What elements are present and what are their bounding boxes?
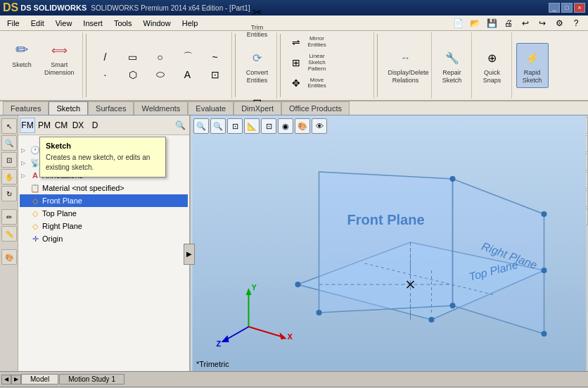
trim-button[interactable]: ✂ TrimEntities <box>241 0 274 42</box>
tab-sketch[interactable]: Sketch <box>49 101 88 115</box>
tab-office-products[interactable]: Office Products <box>281 101 350 115</box>
display-manager-tab[interactable]: D <box>87 118 103 133</box>
menu-view[interactable]: View <box>50 18 78 29</box>
svg-text:Z: Z <box>217 339 222 348</box>
search-button[interactable]: 🔍 <box>172 118 188 133</box>
polygon-button[interactable]: ⬡ <box>120 66 146 83</box>
convert-button[interactable]: ⟳ ConvertEntities <box>241 43 274 88</box>
line-icon: / <box>98 51 113 63</box>
scroll-left-button[interactable]: ◀ <box>1 375 11 384</box>
menu-help[interactable]: Help <box>177 18 204 29</box>
ellipse-icon: ⬭ <box>153 68 168 81</box>
sep1 <box>86 34 87 97</box>
tree-top-plane[interactable]: ◇ Top Plane <box>20 207 188 220</box>
svg-point-14 <box>429 317 435 323</box>
redo-icon[interactable]: ↪ <box>535 15 550 31</box>
move-label: Move Entities <box>304 77 331 90</box>
tab-surfaces[interactable]: Surfaces <box>88 101 134 115</box>
property-manager-tab[interactable]: PM <box>37 118 52 133</box>
zoom-window-button[interactable]: ⊡ <box>1 152 17 168</box>
rotate-button[interactable]: ↻ <box>1 186 17 201</box>
config-manager-tab[interactable]: CM <box>53 118 69 133</box>
arc-button[interactable]: ⌒ <box>174 49 201 65</box>
appearance-button[interactable]: 🎨 <box>1 249 17 265</box>
menu-tools[interactable]: Tools <box>108 18 138 29</box>
repair-sketch-button[interactable]: 🔧 RepairSketch <box>436 43 468 88</box>
tree-material[interactable]: 📋 Material <not specified> <box>20 182 188 194</box>
rectangle-button[interactable]: ▭ <box>120 49 146 65</box>
pan-button[interactable]: ✋ <box>1 169 17 184</box>
titlebar-left: DS DS SOLIDWORKS SOLIDWORKS Premium 2014… <box>3 1 250 14</box>
scroll-right-button[interactable]: ▶ <box>11 375 21 384</box>
collapse-panel-button[interactable]: ▶ <box>184 244 195 265</box>
sep3 <box>280 34 281 97</box>
linear-pattern-button[interactable]: ⊞ Linear Sketch Pattern <box>286 51 371 74</box>
line-button[interactable]: / <box>92 49 119 65</box>
window-controls[interactable]: _ □ × <box>549 3 585 13</box>
text-button[interactable]: A <box>174 66 201 83</box>
spline-button[interactable]: ~ <box>202 49 229 65</box>
new-file-icon[interactable]: 📄 <box>450 15 466 31</box>
select-tool-button[interactable]: ↖ <box>1 118 17 134</box>
zoom-in-button[interactable]: 🔍 <box>193 118 209 134</box>
mirror-button[interactable]: ⇌ Mirror Entities <box>286 34 371 51</box>
tab-weldments[interactable]: Weldments <box>134 101 188 115</box>
text-icon: A <box>180 68 196 81</box>
tree-origin[interactable]: ✛ Origin <box>20 232 188 245</box>
sketch-tools-button[interactable]: ✏ <box>1 209 17 225</box>
open-file-icon[interactable]: 📂 <box>467 15 482 31</box>
zoom-fit-button[interactable]: ⊡ <box>227 118 243 134</box>
display-style-button[interactable]: 🎨 <box>295 118 310 134</box>
minimize-button[interactable]: _ <box>549 3 560 13</box>
menu-insert[interactable]: Insert <box>77 18 108 29</box>
bottom-tab-bar: ◀ ▶ Model Motion Study 1 <box>0 371 588 387</box>
tab-evaluate[interactable]: Evaluate <box>188 101 234 115</box>
tree-front-plane[interactable]: ◇ Front Plane <box>20 194 188 207</box>
tab-dimxpert[interactable]: DimXpert <box>234 101 281 115</box>
menu-bar: File Edit View Insert Tools Window Help … <box>0 15 588 31</box>
3d-viewport[interactable]: 🔍 🔍 ⊡ 📐 ⊡ ◉ 🎨 👁 🏠 ▦ ▣ ⬡ 🌄 💡 <box>191 115 588 371</box>
smart-dimension-button[interactable]: ⟺ SmartDimension <box>39 35 79 80</box>
linear-label: Linear Sketch Pattern <box>304 54 331 72</box>
ellipse-button[interactable]: ⬭ <box>147 66 174 83</box>
circle-button[interactable]: ○ <box>147 49 174 65</box>
display-delete-button[interactable]: ↔ Display/DeleteRelations <box>383 43 428 88</box>
quick-snaps-button[interactable]: ⊕ QuickSnaps <box>476 43 509 88</box>
right-plane-label: Right Plane <box>42 222 82 230</box>
motion-study-tab[interactable]: Motion Study 1 <box>59 374 124 384</box>
menu-file[interactable]: File <box>1 18 25 29</box>
snaps-group: ⊕ QuickSnaps <box>473 32 512 99</box>
menu-window[interactable]: Window <box>138 18 177 29</box>
app-logo: DS DS SOLIDWORKS <box>3 1 87 14</box>
close-button[interactable]: × <box>574 3 585 13</box>
restore-button[interactable]: □ <box>561 3 573 13</box>
hide-show-button[interactable]: 👁 <box>312 118 327 134</box>
zoom-out-button[interactable]: 🔍 <box>210 118 226 134</box>
view-orient-button[interactable]: ⊡ <box>261 118 276 134</box>
zoom-realtime-button[interactable]: 🔍 <box>1 135 17 151</box>
tree-right-plane[interactable]: ◇ Right Plane <box>20 220 188 232</box>
tab-features[interactable]: Features <box>3 101 49 115</box>
question-icon[interactable]: ? <box>568 15 584 31</box>
model-tab[interactable]: Model <box>21 374 58 384</box>
point-button[interactable]: · <box>92 66 119 83</box>
move-entities-button[interactable]: ✥ Move Entities <box>286 75 371 92</box>
save-file-icon[interactable]: 💾 <box>484 15 499 31</box>
rapid-sketch-button[interactable]: ⚡ RapidSketch <box>516 43 549 88</box>
viewport-toolbar: 🔍 🔍 ⊡ 📐 ⊡ ◉ 🎨 👁 <box>193 118 327 134</box>
menu-edit[interactable]: Edit <box>25 18 50 29</box>
rapid-icon: ⚡ <box>521 46 544 69</box>
dim-xpert-manager-tab[interactable]: DX <box>70 118 86 133</box>
print-icon[interactable]: 🖨 <box>501 15 516 31</box>
sketch-button[interactable]: ✏ Sketch <box>6 35 38 73</box>
rebuild-icon[interactable]: ⚙ <box>551 15 567 31</box>
svg-point-8 <box>295 282 301 287</box>
sketch-icon: ✏ <box>11 39 33 61</box>
measure-button[interactable]: 📏 <box>1 226 17 242</box>
undo-icon[interactable]: ↩ <box>518 15 533 31</box>
construction-button[interactable]: ⊡ <box>202 66 229 83</box>
mirror-icon: ⇌ <box>288 36 304 49</box>
section-view-button[interactable]: ◉ <box>278 118 293 134</box>
feature-manager-tab[interactable]: FM <box>20 118 35 133</box>
view-select-button[interactable]: 📐 <box>244 118 260 134</box>
